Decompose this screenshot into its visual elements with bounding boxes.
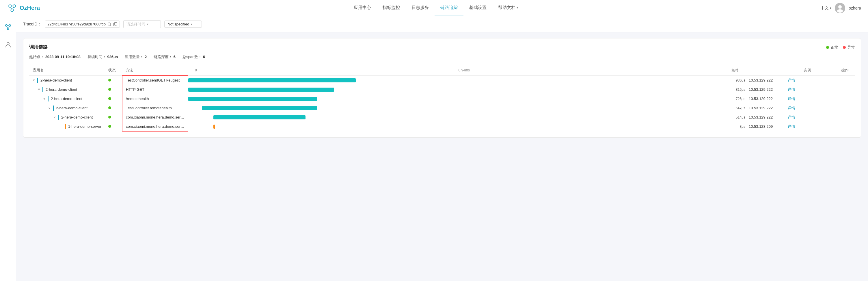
app-name-cell-5: 1-hera-demo-server bbox=[29, 122, 105, 131]
status-cell-4 bbox=[105, 113, 122, 122]
content-area: 调用链路 正常 异常 起始点： bbox=[16, 32, 868, 143]
status-select[interactable]: Not specified ▾ bbox=[164, 21, 202, 28]
detail-link-5[interactable]: 详情 bbox=[788, 124, 795, 129]
language-selector[interactable]: 中文 ▾ bbox=[820, 5, 831, 11]
instance-cell-3: 10.53.129.222 bbox=[745, 104, 783, 113]
tree-chevron-0[interactable]: ∨ bbox=[33, 78, 35, 82]
main-layout: TraceID： 请选择时间 bbox=[0, 16, 868, 281]
svg-line-14 bbox=[8, 26, 9, 28]
username[interactable]: ozhera bbox=[849, 6, 861, 10]
nav-metrics[interactable]: 指标监控 bbox=[377, 0, 406, 16]
app-name-cell-0: ∨2-hera-demo-client bbox=[29, 76, 105, 85]
instance-cell-5: 10.53.128.209 bbox=[745, 122, 783, 131]
trace-id-label: TraceID： bbox=[23, 22, 41, 27]
app-name-cell-1: ∨2-hera-demo-client bbox=[29, 85, 105, 94]
sidebar bbox=[0, 16, 16, 281]
instance-cell-0: 10.53.129.222 bbox=[745, 76, 783, 85]
span-bar-2 bbox=[188, 97, 317, 101]
duration-3: 647μs bbox=[734, 106, 745, 110]
duration-2: 726μs bbox=[734, 97, 745, 101]
meta-depth: 链路深度： 6 bbox=[154, 54, 176, 60]
status-cell-3 bbox=[105, 104, 122, 113]
svg-point-1 bbox=[13, 5, 16, 7]
method-cell-5: com.xiaomi.mone.hera.demo.ser… bbox=[122, 122, 188, 131]
status-dot-1 bbox=[108, 88, 111, 91]
nav-app-center[interactable]: 应用中心 bbox=[348, 0, 377, 16]
detail-link-3[interactable]: 详情 bbox=[788, 106, 795, 110]
tree-chevron-1[interactable]: ∨ bbox=[38, 88, 40, 91]
time-select[interactable]: 请选择时间 ▾ bbox=[123, 20, 161, 28]
meta-span: 总span数： 6 bbox=[183, 54, 205, 60]
status-dropdown-icon: ▾ bbox=[191, 23, 192, 26]
method-cell-2: /remotehealth bbox=[122, 94, 188, 104]
svg-rect-20 bbox=[115, 23, 117, 25]
tree-chevron-2[interactable]: ∨ bbox=[43, 97, 45, 101]
nav-help[interactable]: 帮助文档 ▾ bbox=[492, 0, 524, 16]
duration-4: 514μs bbox=[734, 115, 745, 119]
col-header-duration bbox=[783, 65, 800, 76]
method-cell-1: HTTP GET bbox=[122, 85, 188, 94]
detail-link-4[interactable]: 详情 bbox=[788, 115, 795, 119]
main-content: TraceID： 请选择时间 bbox=[16, 16, 868, 281]
time-dropdown-icon: ▾ bbox=[147, 23, 148, 26]
copy-icon[interactable] bbox=[113, 22, 117, 26]
instance-cell-4: 10.53.129.222 bbox=[745, 113, 783, 122]
svg-point-15 bbox=[7, 43, 9, 45]
svg-point-7 bbox=[838, 5, 842, 9]
svg-line-5 bbox=[13, 7, 14, 9]
detail-link-1[interactable]: 详情 bbox=[788, 87, 795, 92]
normal-dot bbox=[826, 46, 829, 49]
status-error: 异常 bbox=[843, 45, 855, 50]
instance-cell-1: 10.53.129.222 bbox=[745, 85, 783, 94]
nav-right: 中文 ▾ ozhera bbox=[820, 3, 861, 13]
lang-dropdown-icon: ▾ bbox=[830, 6, 831, 9]
nav-basic-settings[interactable]: 基础设置 bbox=[463, 0, 492, 16]
user-avatar[interactable] bbox=[835, 3, 845, 13]
svg-line-17 bbox=[110, 25, 112, 26]
detail-link-2[interactable]: 详情 bbox=[788, 96, 795, 101]
col-header-action: 操作 bbox=[838, 65, 855, 76]
span-bar-3 bbox=[202, 106, 317, 110]
nav-log-service[interactable]: 日志服务 bbox=[406, 0, 435, 16]
method-cell-4: com.xiaomi.mone.hera.demo.ser… bbox=[122, 113, 188, 122]
detail-link-0[interactable]: 详情 bbox=[788, 78, 795, 82]
trace-panel-header: 调用链路 正常 异常 bbox=[29, 44, 855, 50]
app-name-cell-2: ∨2-hera-demo-client bbox=[29, 94, 105, 104]
method-cell-3: TestController.remotehealth bbox=[122, 104, 188, 113]
timeline-header: 0 0.94ms 耗时 bbox=[191, 68, 742, 73]
tree-chevron-3[interactable]: ∨ bbox=[48, 106, 51, 110]
nav-trace[interactable]: 链路追踪 bbox=[435, 0, 463, 16]
span-bar-0 bbox=[188, 78, 356, 82]
svg-point-10 bbox=[9, 25, 11, 26]
trace-panel-title: 调用链路 bbox=[29, 44, 48, 50]
logo-icon bbox=[7, 3, 17, 13]
col-header-status: 状态 bbox=[105, 65, 122, 76]
status-dot-0 bbox=[108, 79, 111, 82]
trace-id-input[interactable] bbox=[48, 22, 106, 26]
col-header-instance: 实例 bbox=[800, 65, 838, 76]
table-row: ∨2-hera-demo-clientHTTP GET 816μs 10.53.… bbox=[29, 85, 855, 94]
trace-id-input-wrapper bbox=[45, 21, 120, 28]
col-header-method: 方法 bbox=[122, 65, 188, 76]
table-row: ∨2-hera-demo-clientcom.xiaomi.mone.hera.… bbox=[29, 113, 855, 122]
search-icon[interactable] bbox=[107, 22, 112, 26]
sidebar-icon-trace[interactable] bbox=[3, 22, 13, 32]
action-cell-5: 详情 bbox=[783, 122, 800, 131]
method-cell-0: TestController.sendGETReugest bbox=[122, 76, 188, 85]
help-dropdown-icon: ▾ bbox=[517, 6, 518, 9]
logo-text: OzHera bbox=[20, 5, 40, 11]
duration-1: 816μs bbox=[734, 88, 745, 92]
status-normal: 正常 bbox=[826, 45, 838, 50]
tree-chevron-4[interactable]: ∨ bbox=[54, 115, 56, 119]
table-row: 1-hera-demo-servercom.xiaomi.mone.hera.d… bbox=[29, 122, 855, 131]
meta-app-count: 应用数量： 2 bbox=[125, 54, 147, 60]
bar-cell-1: 816μs bbox=[188, 85, 745, 94]
sidebar-icon-user[interactable] bbox=[3, 39, 13, 50]
logo[interactable]: OzHera bbox=[7, 3, 40, 13]
table-row: ∨2-hera-demo-client/remotehealth 726μs 1… bbox=[29, 94, 855, 104]
duration-0: 936μs bbox=[734, 78, 745, 82]
status-indicators: 正常 异常 bbox=[826, 45, 855, 50]
top-navigation: OzHera 应用中心 指标监控 日志服务 链路追踪 基础设置 帮助文档 ▾ 中… bbox=[0, 0, 868, 16]
bar-cell-4: 514μs bbox=[188, 113, 745, 122]
svg-point-8 bbox=[837, 9, 843, 13]
